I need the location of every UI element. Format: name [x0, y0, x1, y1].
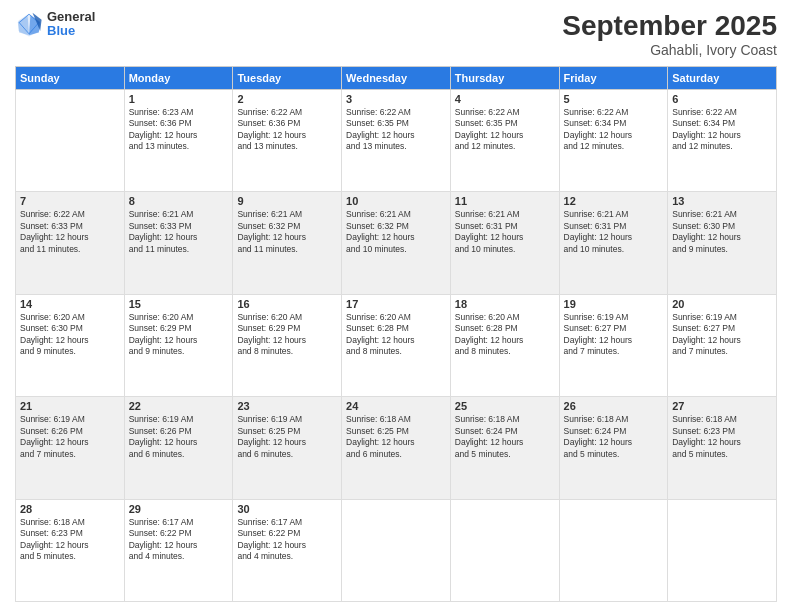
cell-info: Sunrise: 6:21 AM Sunset: 6:33 PM Dayligh… — [129, 209, 229, 255]
cell-info: Sunrise: 6:20 AM Sunset: 6:29 PM Dayligh… — [237, 312, 337, 358]
day-number: 15 — [129, 298, 229, 310]
calendar-cell: 19Sunrise: 6:19 AM Sunset: 6:27 PM Dayli… — [559, 294, 668, 396]
calendar-cell: 26Sunrise: 6:18 AM Sunset: 6:24 PM Dayli… — [559, 397, 668, 499]
day-number: 28 — [20, 503, 120, 515]
cell-info: Sunrise: 6:22 AM Sunset: 6:34 PM Dayligh… — [564, 107, 664, 153]
cell-info: Sunrise: 6:17 AM Sunset: 6:22 PM Dayligh… — [237, 517, 337, 563]
day-number: 14 — [20, 298, 120, 310]
cell-info: Sunrise: 6:22 AM Sunset: 6:33 PM Dayligh… — [20, 209, 120, 255]
calendar-cell: 13Sunrise: 6:21 AM Sunset: 6:30 PM Dayli… — [668, 192, 777, 294]
calendar-cell: 6Sunrise: 6:22 AM Sunset: 6:34 PM Daylig… — [668, 90, 777, 192]
day-number: 26 — [564, 400, 664, 412]
cell-info: Sunrise: 6:17 AM Sunset: 6:22 PM Dayligh… — [129, 517, 229, 563]
cell-info: Sunrise: 6:19 AM Sunset: 6:25 PM Dayligh… — [237, 414, 337, 460]
calendar-cell: 22Sunrise: 6:19 AM Sunset: 6:26 PM Dayli… — [124, 397, 233, 499]
day-number: 4 — [455, 93, 555, 105]
cell-info: Sunrise: 6:21 AM Sunset: 6:32 PM Dayligh… — [346, 209, 446, 255]
logo-text: General Blue — [47, 10, 95, 39]
day-number: 23 — [237, 400, 337, 412]
calendar-cell: 25Sunrise: 6:18 AM Sunset: 6:24 PM Dayli… — [450, 397, 559, 499]
day-number: 1 — [129, 93, 229, 105]
calendar-cell: 24Sunrise: 6:18 AM Sunset: 6:25 PM Dayli… — [342, 397, 451, 499]
calendar-cell: 23Sunrise: 6:19 AM Sunset: 6:25 PM Dayli… — [233, 397, 342, 499]
title-block: September 2025 Gahabli, Ivory Coast — [562, 10, 777, 58]
day-number: 20 — [672, 298, 772, 310]
calendar-cell: 7Sunrise: 6:22 AM Sunset: 6:33 PM Daylig… — [16, 192, 125, 294]
calendar-cell: 14Sunrise: 6:20 AM Sunset: 6:30 PM Dayli… — [16, 294, 125, 396]
day-number: 12 — [564, 195, 664, 207]
calendar-cell: 16Sunrise: 6:20 AM Sunset: 6:29 PM Dayli… — [233, 294, 342, 396]
calendar-day-header: Friday — [559, 67, 668, 90]
cell-info: Sunrise: 6:21 AM Sunset: 6:31 PM Dayligh… — [564, 209, 664, 255]
cell-info: Sunrise: 6:21 AM Sunset: 6:32 PM Dayligh… — [237, 209, 337, 255]
day-number: 9 — [237, 195, 337, 207]
cell-info: Sunrise: 6:18 AM Sunset: 6:23 PM Dayligh… — [672, 414, 772, 460]
header: General Blue September 2025 Gahabli, Ivo… — [15, 10, 777, 58]
calendar-day-header: Sunday — [16, 67, 125, 90]
cell-info: Sunrise: 6:19 AM Sunset: 6:26 PM Dayligh… — [129, 414, 229, 460]
cell-info: Sunrise: 6:20 AM Sunset: 6:29 PM Dayligh… — [129, 312, 229, 358]
calendar-cell: 12Sunrise: 6:21 AM Sunset: 6:31 PM Dayli… — [559, 192, 668, 294]
day-number: 24 — [346, 400, 446, 412]
cell-info: Sunrise: 6:22 AM Sunset: 6:36 PM Dayligh… — [237, 107, 337, 153]
month-title: September 2025 — [562, 10, 777, 42]
calendar-cell — [559, 499, 668, 601]
day-number: 8 — [129, 195, 229, 207]
calendar-cell: 2Sunrise: 6:22 AM Sunset: 6:36 PM Daylig… — [233, 90, 342, 192]
day-number: 17 — [346, 298, 446, 310]
calendar-day-header: Thursday — [450, 67, 559, 90]
day-number: 11 — [455, 195, 555, 207]
calendar-cell: 28Sunrise: 6:18 AM Sunset: 6:23 PM Dayli… — [16, 499, 125, 601]
day-number: 2 — [237, 93, 337, 105]
day-number: 21 — [20, 400, 120, 412]
calendar-cell — [450, 499, 559, 601]
cell-info: Sunrise: 6:20 AM Sunset: 6:30 PM Dayligh… — [20, 312, 120, 358]
day-number: 27 — [672, 400, 772, 412]
cell-info: Sunrise: 6:20 AM Sunset: 6:28 PM Dayligh… — [346, 312, 446, 358]
cell-info: Sunrise: 6:20 AM Sunset: 6:28 PM Dayligh… — [455, 312, 555, 358]
calendar-cell: 15Sunrise: 6:20 AM Sunset: 6:29 PM Dayli… — [124, 294, 233, 396]
calendar-cell: 5Sunrise: 6:22 AM Sunset: 6:34 PM Daylig… — [559, 90, 668, 192]
day-number: 16 — [237, 298, 337, 310]
cell-info: Sunrise: 6:18 AM Sunset: 6:24 PM Dayligh… — [455, 414, 555, 460]
day-number: 19 — [564, 298, 664, 310]
calendar-week-row: 7Sunrise: 6:22 AM Sunset: 6:33 PM Daylig… — [16, 192, 777, 294]
calendar-week-row: 28Sunrise: 6:18 AM Sunset: 6:23 PM Dayli… — [16, 499, 777, 601]
day-number: 13 — [672, 195, 772, 207]
logo-blue-text: Blue — [47, 24, 95, 38]
calendar-cell — [16, 90, 125, 192]
cell-info: Sunrise: 6:18 AM Sunset: 6:23 PM Dayligh… — [20, 517, 120, 563]
calendar-day-header: Saturday — [668, 67, 777, 90]
calendar-cell: 9Sunrise: 6:21 AM Sunset: 6:32 PM Daylig… — [233, 192, 342, 294]
calendar-cell: 17Sunrise: 6:20 AM Sunset: 6:28 PM Dayli… — [342, 294, 451, 396]
logo-icon — [15, 10, 43, 38]
calendar-header-row: SundayMondayTuesdayWednesdayThursdayFrid… — [16, 67, 777, 90]
cell-info: Sunrise: 6:22 AM Sunset: 6:35 PM Dayligh… — [455, 107, 555, 153]
calendar-table: SundayMondayTuesdayWednesdayThursdayFrid… — [15, 66, 777, 602]
calendar-cell: 21Sunrise: 6:19 AM Sunset: 6:26 PM Dayli… — [16, 397, 125, 499]
day-number: 10 — [346, 195, 446, 207]
cell-info: Sunrise: 6:18 AM Sunset: 6:25 PM Dayligh… — [346, 414, 446, 460]
calendar-cell — [668, 499, 777, 601]
cell-info: Sunrise: 6:21 AM Sunset: 6:30 PM Dayligh… — [672, 209, 772, 255]
cell-info: Sunrise: 6:19 AM Sunset: 6:27 PM Dayligh… — [564, 312, 664, 358]
cell-info: Sunrise: 6:19 AM Sunset: 6:27 PM Dayligh… — [672, 312, 772, 358]
calendar-cell: 27Sunrise: 6:18 AM Sunset: 6:23 PM Dayli… — [668, 397, 777, 499]
calendar-day-header: Monday — [124, 67, 233, 90]
calendar-cell: 20Sunrise: 6:19 AM Sunset: 6:27 PM Dayli… — [668, 294, 777, 396]
day-number: 18 — [455, 298, 555, 310]
day-number: 29 — [129, 503, 229, 515]
day-number: 5 — [564, 93, 664, 105]
calendar-cell: 10Sunrise: 6:21 AM Sunset: 6:32 PM Dayli… — [342, 192, 451, 294]
day-number: 25 — [455, 400, 555, 412]
cell-info: Sunrise: 6:23 AM Sunset: 6:36 PM Dayligh… — [129, 107, 229, 153]
cell-info: Sunrise: 6:22 AM Sunset: 6:35 PM Dayligh… — [346, 107, 446, 153]
day-number: 6 — [672, 93, 772, 105]
calendar-week-row: 14Sunrise: 6:20 AM Sunset: 6:30 PM Dayli… — [16, 294, 777, 396]
logo: General Blue — [15, 10, 95, 39]
calendar-cell: 29Sunrise: 6:17 AM Sunset: 6:22 PM Dayli… — [124, 499, 233, 601]
calendar-cell: 8Sunrise: 6:21 AM Sunset: 6:33 PM Daylig… — [124, 192, 233, 294]
cell-info: Sunrise: 6:21 AM Sunset: 6:31 PM Dayligh… — [455, 209, 555, 255]
calendar-cell: 3Sunrise: 6:22 AM Sunset: 6:35 PM Daylig… — [342, 90, 451, 192]
calendar-cell: 18Sunrise: 6:20 AM Sunset: 6:28 PM Dayli… — [450, 294, 559, 396]
